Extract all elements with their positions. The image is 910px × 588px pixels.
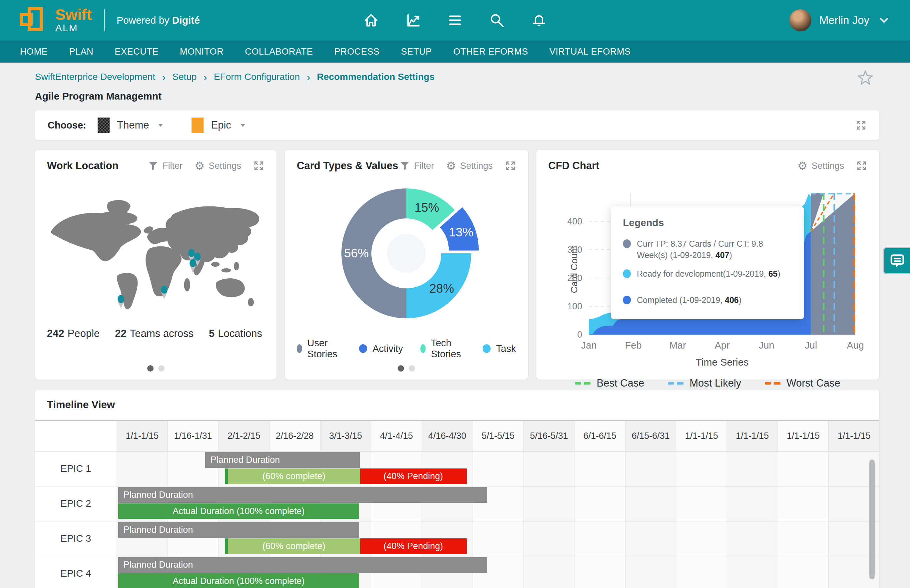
expand-icon[interactable] <box>855 120 867 131</box>
timeline-row-track: Planned DurationActual Duration (100% co… <box>116 556 879 588</box>
location-stats: 242People 22Teams across 5Locations <box>47 328 265 339</box>
settings-button[interactable]: ⚙ Settings <box>797 160 844 171</box>
donut-value-label: 56% <box>344 246 369 260</box>
star-icon[interactable] <box>856 69 875 87</box>
app-logo: Swift ALM <box>19 6 92 35</box>
timeline-scrollbar[interactable] <box>870 459 875 579</box>
notifications-icon[interactable] <box>531 12 547 29</box>
timeline-grid-cell <box>778 522 829 556</box>
cfd-plot[interactable]: Card Count Time Series Legends Curr TP: … <box>589 193 855 334</box>
expand-icon[interactable] <box>253 160 265 171</box>
nav-item-process[interactable]: PROCESS <box>334 47 379 57</box>
cfd-x-tick: Mar <box>669 340 686 351</box>
gantt-bar-planned[interactable]: Planned Duration <box>118 557 487 573</box>
cfd-legend-tooltip: Legends Curr TP: 8.37 Cards / Curr CT: 9… <box>611 207 804 319</box>
gantt-bar-complete60[interactable]: (60% complete) <box>225 538 360 554</box>
legend-item-task: Task <box>483 338 516 360</box>
timeline-row-label: EPIC 4 <box>35 556 116 588</box>
swatch-epic <box>192 118 204 133</box>
legend-dot-icon <box>359 344 367 353</box>
breadcrumb-item[interactable]: EForm Configuration <box>214 71 300 82</box>
choose-dropdown-epic[interactable]: Epic <box>192 118 247 133</box>
settings-button[interactable]: ⚙ Settings <box>446 160 493 171</box>
gantt-bar-planned[interactable]: Planned Duration <box>118 522 359 538</box>
donut-value-label: 28% <box>429 282 454 296</box>
home-icon[interactable] <box>363 12 379 29</box>
filter-button[interactable]: Filter <box>148 160 183 171</box>
gantt-bar-pending[interactable]: (40% Pending) <box>360 538 467 554</box>
cfd-x-tick: Jun <box>759 340 774 351</box>
nav-item-home[interactable]: HOME <box>20 47 48 57</box>
cfd-y-tick: 300 <box>567 245 582 255</box>
legend-dot-icon <box>623 269 631 278</box>
donut-value-label: 13% <box>449 225 473 239</box>
gantt-bar-planned[interactable]: Planned Duration <box>205 452 360 468</box>
timeline-column-header: 1/1-1/15 <box>116 421 168 451</box>
timeline-grid-cell <box>574 522 625 556</box>
timeline-column-header: 2/1-2/15 <box>218 421 269 451</box>
logo-primary: Swift <box>55 7 92 22</box>
tooltip-legend-item: Curr TP: 8.37 Cards / Curr CT: 9.8 Week(… <box>623 238 792 261</box>
timeline-corner-cell <box>35 421 116 451</box>
nav-item-execute[interactable]: EXECUTE <box>115 47 158 57</box>
header-divider <box>104 9 105 31</box>
timeline-grid: 1/1-1/151/16-1/312/1-2/152/16-2/283/1-3/… <box>35 420 879 588</box>
carousel-dot[interactable] <box>409 365 415 372</box>
cfd-y-tick: 100 <box>567 301 582 312</box>
breadcrumb-item[interactable]: SwiftEnterprice Development <box>35 71 155 82</box>
timeline-column-header: 1/1-1/15 <box>828 421 879 451</box>
gantt-bar-complete60[interactable]: (60% complete) <box>225 468 360 484</box>
expand-icon[interactable] <box>856 160 867 171</box>
gantt-bar-pending[interactable]: (40% Pending) <box>360 468 467 484</box>
nav-item-other-eforms[interactable]: OTHER EFORMS <box>453 47 528 57</box>
filter-icon <box>399 160 410 171</box>
nav-item-collaborate[interactable]: COLLABORATE <box>245 47 313 57</box>
timeline-column-header: 2/16-2/28 <box>269 421 320 451</box>
breadcrumb: SwiftEnterprice Development›Setup›EForm … <box>35 71 435 82</box>
nav-item-setup[interactable]: SETUP <box>401 47 432 57</box>
nav-item-virtual-eforms[interactable]: VIRTUAL EFORMS <box>549 47 630 57</box>
tooltip-legend-item: Completed (1-09-2019, 406) <box>623 295 792 306</box>
donut-value-label: 15% <box>414 201 439 215</box>
legend-item-tech-stories: Tech Stories <box>420 338 466 360</box>
timeline-column-header: 3/1-3/15 <box>320 421 371 451</box>
carousel-dots <box>398 365 415 372</box>
settings-button[interactable]: ⚙ Settings <box>194 160 241 171</box>
menu-icon[interactable] <box>447 12 463 29</box>
page-title: Agile Program Managemnt <box>35 90 879 102</box>
legend-dot-icon <box>623 296 631 304</box>
carousel-dot[interactable] <box>158 365 165 372</box>
avatar[interactable] <box>789 9 811 31</box>
nav-item-plan[interactable]: PLAN <box>69 47 93 57</box>
carousel-dot[interactable] <box>398 365 404 372</box>
carousel-dot[interactable] <box>147 365 154 372</box>
timeline-grid-cell <box>523 522 574 556</box>
timeline-grid-cell <box>727 486 778 521</box>
timeline-grid-cell <box>523 451 574 486</box>
timeline-column-header: 1/1-1/15 <box>676 421 727 451</box>
gantt-bar-complete100[interactable]: Actual Duration (100% complete) <box>118 573 359 588</box>
timeline-grid-cell <box>778 451 829 486</box>
search-icon[interactable] <box>489 12 505 29</box>
expand-icon[interactable] <box>504 160 516 171</box>
choose-dropdown-theme[interactable]: Theme <box>98 118 165 133</box>
header-icon-group <box>363 12 547 29</box>
card-title: Card Types & Values <box>297 160 398 172</box>
filter-button[interactable]: Filter <box>399 160 434 171</box>
breadcrumb-item[interactable]: Setup <box>172 71 197 82</box>
user-menu[interactable]: Merlin Joy <box>789 9 891 31</box>
timeline-grid-cell <box>523 556 574 588</box>
cfd-y-tick: 200 <box>567 273 582 283</box>
chevron-down-icon[interactable] <box>878 14 891 27</box>
cfd-case-legend: Best CaseMost LikelyWorst Case <box>548 377 867 389</box>
swatch-theme <box>98 118 110 133</box>
feedback-button[interactable] <box>883 247 910 275</box>
timeline-grid-cell <box>574 451 625 486</box>
stat-people: 242People <box>47 328 100 339</box>
timeline-row-label: EPIC 1 <box>35 451 116 486</box>
gantt-bar-complete100[interactable]: Actual Duration (100% complete) <box>118 504 359 519</box>
analytics-icon[interactable] <box>405 12 421 29</box>
gantt-bar-planned[interactable]: Planned Duration <box>118 487 487 503</box>
nav-item-monitor[interactable]: MONITOR <box>180 47 223 57</box>
donut-chart[interactable]: 15%13%28%56% <box>328 175 485 332</box>
